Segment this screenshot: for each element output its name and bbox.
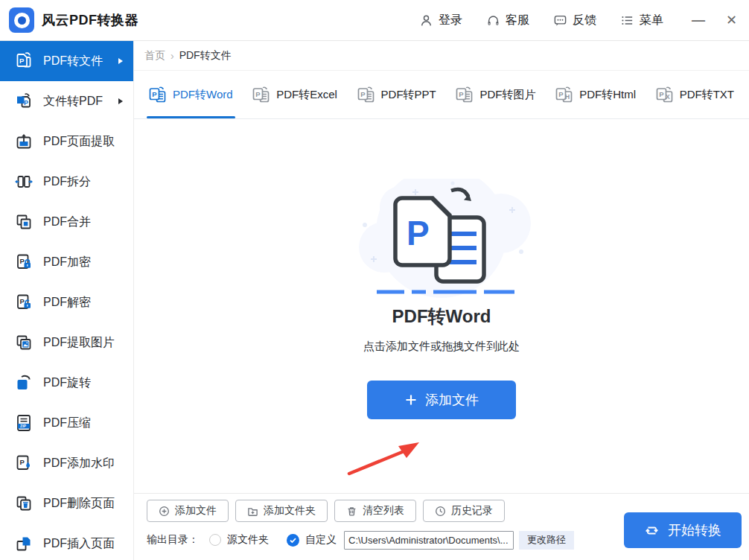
svg-text:P: P [19,57,25,65]
sidebar-item-label: PDF加密 [43,255,91,270]
start-convert-button[interactable]: 开始转换 [624,512,742,548]
svg-text:P: P [360,90,366,98]
add-file-button-label: 添加文件 [425,391,479,409]
svg-text:P: P [20,257,25,265]
feedback-button[interactable]: 反馈 [553,13,596,28]
tab-pdf-to-ppt[interactable]: P PDF转PPT [357,71,436,118]
tab-pdf-to-excel[interactable]: P PDF转Excel [252,71,337,118]
close-button[interactable]: ✕ [726,13,737,27]
svg-text:P: P [152,90,157,98]
content-area: 首页 › PDF转文件 P PDF转Word P PDF转Excel P PDF… [134,41,749,560]
sidebar-item-file-to-pdf[interactable]: P 文件转PDF [0,81,133,121]
extract-image-icon [14,333,34,352]
folder-plus-icon [247,506,258,517]
breadcrumb-separator: › [170,50,174,62]
convert-loop-icon [644,523,660,538]
svg-text:P: P [20,297,25,305]
check-icon [289,536,297,544]
page-title: PDF转Word [134,305,749,328]
sidebar: P PDF转文件 P 文件转PDF PDF页面提取 PDF拆分 PDF合并 [0,41,134,560]
source-folder-label[interactable]: 源文件夹 [227,533,269,547]
headset-icon [486,13,500,28]
tab-pdf-to-image[interactable]: P PDF转图片 [456,71,535,118]
pdf-doc-icon: P [252,86,270,104]
login-button[interactable]: 登录 [419,13,462,28]
drop-zone[interactable]: P PDF转Word 点击添加文件或拖拽文件到此处 添加文件 [134,119,749,493]
sidebar-item-label: PDF拆分 [43,174,91,190]
sidebar-item-pdf-to-file[interactable]: P PDF转文件 [0,41,133,81]
clear-list-button[interactable]: 清空列表 [334,500,416,522]
sidebar-item-pdf-delete-page[interactable]: PDF删除页面 [0,483,133,524]
minimize-button[interactable]: — [692,13,705,27]
submenu-arrow-icon [118,98,123,104]
svg-text:P: P [659,90,664,98]
menu-button[interactable]: 菜单 [620,13,663,28]
watermark-drop-icon: P [14,454,34,473]
sidebar-item-label: PDF解密 [43,295,91,311]
tab-bar: P PDF转Word P PDF转Excel P PDF转PPT P PDF转图… [134,71,749,119]
compress-zip-icon: ZIP [14,413,34,433]
feedback-label: 反馈 [573,13,596,28]
pdf-doc-icon: XP [656,86,674,104]
split-icon [14,172,34,191]
tab-pdf-to-word[interactable]: P PDF转Word [149,71,233,118]
app-logo-icon [9,7,34,33]
svg-text:P: P [558,90,564,98]
sidebar-item-pdf-compress[interactable]: ZIP PDF压缩 [0,403,133,443]
merge-icon [14,212,34,232]
breadcrumb-current: PDF转文件 [179,49,232,63]
change-path-button[interactable]: 更改路径 [519,531,574,550]
tab-pdf-to-txt[interactable]: XP PDF转TXT [656,71,734,118]
output-dir-label: 输出目录： [147,533,199,547]
annotation-arrow [345,432,434,478]
pdf-doc-icon: P [357,86,375,104]
sidebar-item-pdf-watermark[interactable]: P PDF添加水印 [0,443,133,483]
svg-text:ZIP: ZIP [20,424,27,428]
sidebar-item-pdf-insert-page[interactable]: PDF插入页面 [0,524,133,560]
sidebar-item-label: PDF删除页面 [43,496,115,512]
trash-icon [346,506,357,517]
sidebar-item-pdf-extract-image[interactable]: PDF提取图片 [0,322,133,363]
svg-text:P: P [24,99,28,106]
footer-add-file-button[interactable]: 添加文件 [147,500,229,522]
sidebar-item-pdf-encrypt[interactable]: P PDF加密 [0,242,133,282]
add-file-button[interactable]: 添加文件 [367,381,516,419]
history-button[interactable]: 历史记录 [423,500,505,522]
custom-path-radio-checked[interactable] [287,534,299,547]
sidebar-item-label: PDF压缩 [43,416,91,431]
sidebar-item-pdf-merge[interactable]: PDF合并 [0,202,133,242]
support-button[interactable]: 客服 [486,13,529,28]
tab-label: PDF转Word [173,88,233,102]
delete-page-icon [14,494,34,513]
sidebar-item-pdf-page-extract[interactable]: PDF页面提取 [0,121,133,162]
output-path-input[interactable] [344,531,514,550]
tab-pdf-to-html[interactable]: HP PDF转Html [555,71,636,118]
pdf-doc-icon: P [149,86,167,104]
insert-page-icon [14,534,34,553]
svg-text:P: P [256,90,261,98]
svg-text:P: P [459,90,465,98]
sidebar-item-pdf-decrypt[interactable]: P PDF解密 [0,282,133,322]
tab-label: PDF转PPT [381,88,436,102]
tab-label: PDF转Excel [276,88,337,102]
footer-add-folder-button[interactable]: 添加文件夹 [235,500,328,522]
footer-button-label: 添加文件夹 [264,504,316,518]
login-label: 登录 [439,13,462,28]
tab-label: PDF转Html [579,88,636,102]
source-folder-radio[interactable] [209,534,221,546]
page-extract-icon [14,132,34,151]
breadcrumb-home[interactable]: 首页 [144,49,165,63]
sidebar-item-label: PDF插入页面 [43,536,115,552]
lock-icon: P [14,252,34,272]
tab-label: PDF转图片 [479,88,535,102]
footer-button-label: 清空列表 [363,504,404,518]
menu-label: 菜单 [640,13,663,28]
list-menu-icon [620,13,634,28]
custom-path-label[interactable]: 自定义 [305,533,337,547]
sidebar-item-label: PDF页面提取 [43,134,115,150]
support-label: 客服 [506,13,529,28]
start-convert-label: 开始转换 [668,521,721,539]
footer-toolbar: 添加文件 添加文件夹 清空列表 历史记录 [134,493,749,560]
sidebar-item-pdf-rotate[interactable]: PDF旋转 [0,363,133,403]
sidebar-item-pdf-split[interactable]: PDF拆分 [0,162,133,202]
